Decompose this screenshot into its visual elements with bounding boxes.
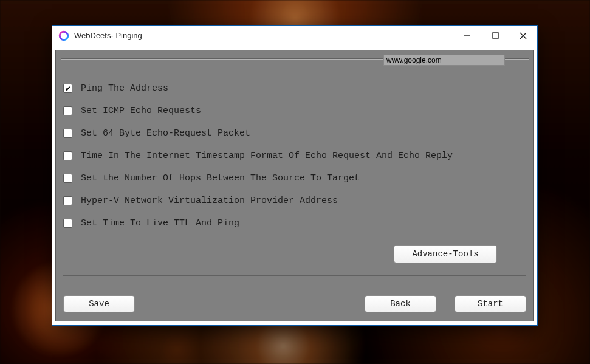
svg-point-0 — [60, 32, 68, 40]
app-icon — [58, 30, 69, 41]
option-hop-count[interactable]: Set the Number Of Hops Between The Sourc… — [63, 173, 521, 184]
app-window: WebDeets- Pinging Ping The Address Set — [52, 25, 538, 326]
checkbox-icon[interactable] — [63, 196, 72, 205]
option-label: Set the Number Of Hops Between The Sourc… — [81, 173, 360, 184]
option-label: Set Time To Live TTL And Ping — [81, 218, 239, 228]
titlebar: WebDeets- Pinging — [52, 26, 537, 46]
option-ping-address[interactable]: Ping The Address — [63, 83, 521, 94]
checkbox-icon[interactable] — [63, 84, 72, 93]
maximize-icon — [492, 32, 499, 39]
options-list: Ping The Address Set ICMP Echo Requests … — [63, 83, 521, 228]
client-area: Ping The Address Set ICMP Echo Requests … — [55, 50, 534, 321]
option-ttl-ping[interactable]: Set Time To Live TTL And Ping — [63, 218, 521, 228]
window-title: WebDeets- Pinging — [74, 31, 142, 40]
start-button[interactable]: Start — [455, 295, 526, 312]
bottom-divider — [63, 275, 526, 276]
option-label: Ping The Address — [81, 83, 168, 94]
close-icon — [520, 32, 527, 39]
checkbox-icon[interactable] — [63, 219, 72, 228]
checkbox-icon[interactable] — [63, 174, 72, 183]
option-hyperv-provider[interactable]: Hyper-V Network Virtualization Provider … — [63, 196, 521, 206]
minimize-icon — [464, 32, 471, 39]
checkbox-icon[interactable] — [63, 106, 72, 115]
advance-tools-button[interactable]: Advance-Tools — [394, 245, 497, 263]
option-icmp-echo[interactable]: Set ICMP Echo Requests — [63, 106, 521, 116]
footer-bar: Save Back Start — [63, 295, 526, 312]
maximize-button[interactable] — [481, 26, 509, 46]
option-64byte-packet[interactable]: Set 64 Byte Echo-Request Packet — [63, 128, 521, 139]
svg-rect-2 — [493, 33, 498, 38]
option-label: Set 64 Byte Echo-Request Packet — [81, 128, 250, 139]
target-url-input[interactable] — [383, 55, 505, 66]
checkbox-icon[interactable] — [63, 129, 72, 138]
option-label: Time In The Internet Timestamp Format Of… — [81, 151, 453, 161]
checkbox-icon[interactable] — [63, 151, 72, 160]
window-controls — [453, 26, 537, 46]
option-timestamp-format[interactable]: Time In The Internet Timestamp Format Of… — [63, 151, 521, 161]
minimize-button[interactable] — [453, 26, 481, 46]
option-label: Hyper-V Network Virtualization Provider … — [81, 196, 338, 206]
close-button[interactable] — [509, 26, 537, 46]
back-button[interactable]: Back — [365, 295, 436, 312]
save-button[interactable]: Save — [63, 295, 135, 312]
option-label: Set ICMP Echo Requests — [81, 106, 201, 116]
